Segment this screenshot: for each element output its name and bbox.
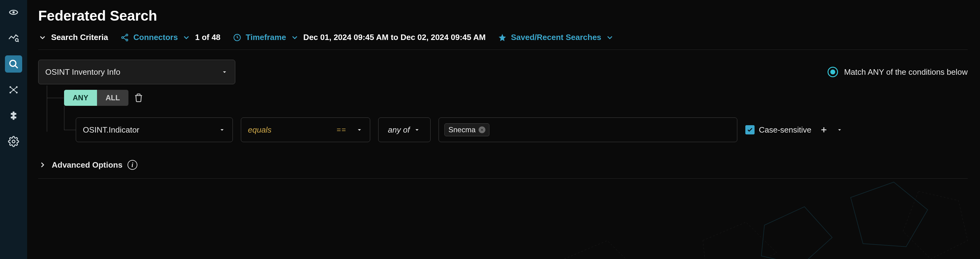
value-chip-text: Snecma bbox=[449, 125, 476, 134]
toggle-any[interactable]: ANY bbox=[64, 90, 97, 106]
svg-line-13 bbox=[14, 90, 17, 93]
advanced-options-toggle[interactable]: Advanced Options i bbox=[38, 160, 968, 179]
connectors-dropdown[interactable]: Connectors 1 of 48 bbox=[121, 33, 221, 42]
svg-point-17 bbox=[126, 39, 128, 41]
chevron-down-icon bbox=[290, 33, 299, 42]
timeframe-value: Dec 01, 2024 09:45 AM to Dec 02, 2024 09… bbox=[303, 33, 486, 42]
main-content: Federated Search Search Criteria Connect… bbox=[27, 0, 980, 259]
any-all-toggle: ANY ALL bbox=[64, 90, 129, 106]
field-dropdown-value: OSINT.Indicator bbox=[83, 125, 140, 135]
sidebar-item-logo[interactable] bbox=[5, 4, 22, 21]
svg-marker-29 bbox=[564, 240, 638, 259]
clock-icon bbox=[233, 33, 242, 42]
operator-symbol: == bbox=[337, 125, 347, 134]
svg-point-0 bbox=[13, 12, 14, 13]
checkbox-icon bbox=[745, 125, 754, 134]
scope-dropdown[interactable]: any of bbox=[378, 117, 431, 142]
chevron-down-icon bbox=[38, 33, 47, 42]
saved-searches-dropdown[interactable]: Saved/Recent Searches bbox=[498, 33, 614, 42]
field-dropdown[interactable]: OSINT.Indicator bbox=[76, 117, 233, 142]
radio-icon bbox=[827, 67, 838, 77]
caret-down-icon bbox=[356, 126, 363, 134]
chip-remove-button[interactable] bbox=[479, 126, 485, 133]
operator-dropdown[interactable]: equals == bbox=[241, 117, 370, 142]
value-input[interactable]: Snecma bbox=[439, 117, 737, 142]
sidebar-item-graph[interactable] bbox=[5, 81, 22, 98]
chevron-down-icon bbox=[606, 33, 614, 42]
svg-marker-25 bbox=[851, 182, 928, 247]
puzzle-icon bbox=[8, 110, 19, 121]
svg-line-18 bbox=[124, 35, 126, 37]
svg-point-14 bbox=[12, 140, 15, 143]
caret-down-icon bbox=[836, 126, 843, 133]
trash-icon bbox=[134, 93, 143, 103]
operator-name: equals bbox=[248, 125, 337, 135]
check-icon bbox=[747, 127, 753, 133]
search-criteria-toggle[interactable]: Search Criteria bbox=[38, 33, 108, 42]
star-icon bbox=[498, 33, 507, 42]
chevron-right-icon bbox=[38, 161, 47, 169]
sidebar bbox=[0, 0, 27, 259]
svg-line-4 bbox=[15, 66, 18, 68]
timeframe-dropdown[interactable]: Timeframe Dec 01, 2024 09:45 AM to Dec 0… bbox=[233, 33, 486, 42]
search-icon bbox=[8, 58, 19, 69]
source-dropdown[interactable]: OSINT Inventory Info bbox=[38, 60, 235, 84]
logo-icon bbox=[8, 7, 19, 18]
search-criteria-label: Search Criteria bbox=[51, 33, 108, 42]
analytics-icon bbox=[8, 33, 19, 44]
match-conditions-radio[interactable]: Match ANY of the conditions below bbox=[827, 67, 968, 77]
page-title: Federated Search bbox=[38, 7, 968, 24]
svg-point-3 bbox=[10, 60, 16, 66]
svg-marker-26 bbox=[761, 207, 832, 259]
svg-line-2 bbox=[18, 41, 19, 42]
connectors-label: Connectors bbox=[134, 33, 178, 42]
delete-group-button[interactable] bbox=[134, 93, 143, 103]
advanced-options-label: Advanced Options bbox=[52, 160, 123, 170]
svg-line-10 bbox=[11, 87, 14, 90]
criteria-bar: Search Criteria Connectors 1 of 48 Timef… bbox=[38, 33, 968, 50]
caret-down-icon bbox=[218, 126, 226, 134]
connectors-count: 1 of 48 bbox=[195, 33, 220, 42]
sidebar-item-settings[interactable] bbox=[5, 133, 22, 150]
close-icon bbox=[480, 128, 484, 132]
share-icon bbox=[121, 33, 129, 42]
info-icon[interactable]: i bbox=[127, 160, 137, 170]
plus-icon bbox=[819, 125, 828, 134]
sidebar-item-analytics[interactable] bbox=[5, 30, 22, 47]
chevron-down-icon bbox=[182, 33, 191, 42]
graph-icon bbox=[8, 84, 19, 95]
caret-down-icon bbox=[221, 68, 228, 76]
case-sensitive-checkbox[interactable]: Case-sensitive bbox=[745, 125, 811, 135]
add-condition-menu[interactable] bbox=[836, 126, 843, 133]
sidebar-item-search[interactable] bbox=[5, 55, 22, 73]
case-sensitive-label: Case-sensitive bbox=[759, 125, 811, 135]
svg-marker-27 bbox=[903, 191, 968, 259]
svg-line-12 bbox=[11, 90, 14, 93]
add-condition-button[interactable] bbox=[819, 125, 828, 134]
condition-row: OSINT.Indicator equals == any of bbox=[76, 117, 968, 142]
svg-marker-28 bbox=[703, 222, 777, 259]
match-conditions-label: Match ANY of the conditions below bbox=[844, 67, 968, 77]
timeframe-label: Timeframe bbox=[246, 33, 286, 42]
svg-line-19 bbox=[124, 38, 126, 39]
svg-point-15 bbox=[126, 34, 128, 36]
scope-dropdown-value: any of bbox=[388, 125, 410, 135]
toggle-all[interactable]: ALL bbox=[97, 90, 129, 106]
svg-point-16 bbox=[122, 36, 124, 38]
gear-icon bbox=[8, 136, 19, 147]
sidebar-item-plugins[interactable] bbox=[5, 107, 22, 124]
caret-down-icon bbox=[413, 126, 421, 134]
value-chip: Snecma bbox=[444, 123, 489, 136]
svg-line-11 bbox=[14, 87, 17, 90]
source-dropdown-value: OSINT Inventory Info bbox=[45, 67, 121, 77]
background-decoration bbox=[549, 179, 980, 259]
svg-point-1 bbox=[15, 39, 18, 41]
query-builder: OSINT Inventory Info Match ANY of the co… bbox=[38, 50, 968, 179]
saved-searches-label: Saved/Recent Searches bbox=[511, 33, 601, 42]
